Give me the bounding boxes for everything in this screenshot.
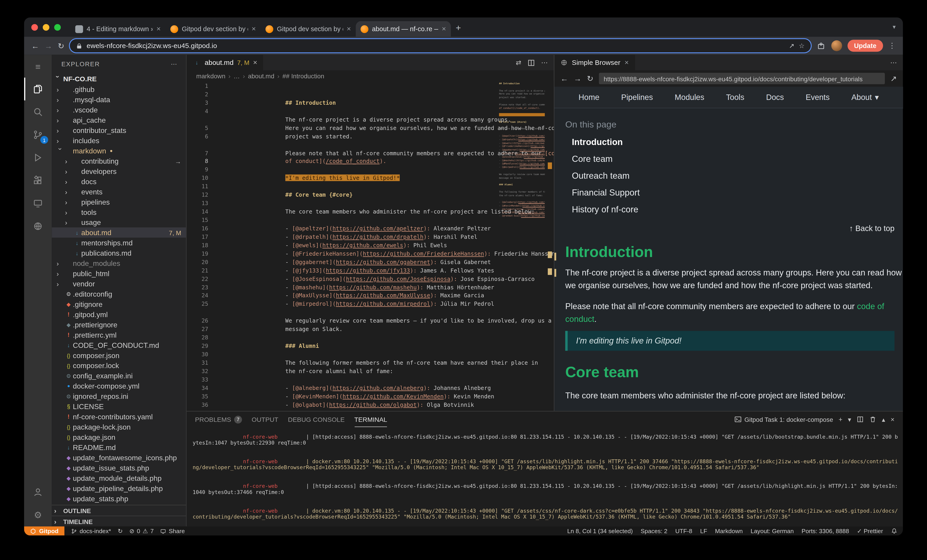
new-tab-button[interactable]: +: [456, 22, 461, 32]
reload-icon[interactable]: ↻: [58, 41, 64, 50]
tree-item[interactable]: ! .gitpod.yml: [52, 309, 186, 319]
breadcrumb-item[interactable]: markdown: [196, 72, 225, 79]
explorer-more-actions-icon[interactable]: ⋯: [171, 60, 178, 67]
explorer-activity-icon[interactable]: [24, 77, 52, 100]
editor-more-actions-icon[interactable]: ⋯: [541, 59, 548, 67]
tree-item[interactable]: › pipelines: [52, 197, 186, 207]
tree-item[interactable]: › contributing →: [52, 156, 186, 166]
account-icon[interactable]: [24, 481, 52, 504]
tree-item[interactable]: › markdown ●: [52, 146, 186, 156]
close-editor-icon[interactable]: ×: [253, 58, 257, 67]
gitpod-status-button[interactable]: Gitpod: [24, 527, 65, 536]
update-button[interactable]: Update: [847, 39, 883, 52]
code-line[interactable]: 28: [187, 333, 497, 342]
browser-tab[interactable]: about.md — nf-co.re — Gitpod ×: [356, 21, 451, 37]
new-terminal-icon[interactable]: +: [839, 416, 842, 423]
code-line[interactable]: 35 - [@sven1103](https://github.com/sven…: [187, 392, 497, 401]
code-line[interactable]: 10 ## Core team {#core}: [187, 174, 497, 182]
panel-tab[interactable]: DEBUG CONSOLE: [288, 411, 345, 427]
site-nav-item[interactable]: Pipelines: [621, 93, 653, 102]
terminal-dropdown-icon[interactable]: ▾: [848, 416, 851, 423]
tree-item[interactable]: › tools: [52, 207, 186, 217]
open-changes-icon[interactable]: ⇄: [516, 59, 521, 67]
tree-item[interactable]: ● docker-compose.yml: [52, 381, 186, 391]
code-line[interactable]: of conduct](/code_of_conduct).: [187, 140, 497, 149]
tree-item[interactable]: {} package-lock.json: [52, 422, 186, 432]
tree-item[interactable]: › .github: [52, 84, 186, 94]
breadcrumb[interactable]: markdown…about.md## Introduction: [187, 70, 554, 80]
tree-item[interactable]: ↓ publications.md: [52, 248, 186, 258]
code-line[interactable]: 19 - [@jfy133](https://github.com/jfy133…: [187, 249, 497, 258]
site-nav-item[interactable]: Home: [579, 93, 599, 102]
language-mode-indicator[interactable]: Markdown: [715, 528, 743, 534]
panel-more-actions-icon[interactable]: ⋯: [891, 59, 897, 67]
code-line[interactable]: 2: [187, 90, 497, 99]
browser-tab[interactable]: 4 - Editing markdown » nf-co... ×: [70, 21, 166, 37]
sb-reload-icon[interactable]: ↻: [587, 74, 594, 83]
code-line[interactable]: 32 - [@alneberg](https://github.com/alne…: [187, 367, 497, 375]
tree-item[interactable]: ↓ mentorships.md: [52, 238, 186, 248]
panel-tab[interactable]: TERMINAL: [354, 411, 387, 427]
site-nav-item[interactable]: Events: [805, 93, 830, 102]
remote-explorer-activity-icon[interactable]: [24, 192, 52, 215]
extensions-puzzle-icon[interactable]: [816, 41, 826, 50]
tree-item[interactable]: ! nf-core-contributors.yaml: [52, 411, 186, 422]
code-line[interactable]: 4 Here you can read how we organise ours…: [187, 107, 497, 115]
on-this-page-link[interactable]: History of nf-core: [572, 201, 640, 218]
tree-item[interactable]: ↓ README.md: [52, 442, 186, 452]
tree-item[interactable]: {} composer.lock: [52, 360, 186, 370]
panel-tab[interactable]: OUTPUT: [252, 411, 278, 427]
code-line[interactable]: 3 The nf-core project is a diverse proje…: [187, 99, 497, 107]
run-debug-activity-icon[interactable]: [24, 146, 52, 169]
browser-tab[interactable]: Gitpod dev section by chriswy... ×: [261, 21, 356, 37]
kill-terminal-trash-icon[interactable]: [869, 416, 877, 423]
browser-tab[interactable]: Gitpod dev section by chriswy... ×: [166, 21, 261, 37]
tree-item[interactable]: › public_html: [52, 269, 186, 279]
sb-url-input[interactable]: https://8888-ewels-nfcore-fisdkcj2izw.ws…: [599, 73, 885, 84]
code-line[interactable]: 21 - [@mashehu](https://github.com/mashe…: [187, 266, 497, 275]
code-line[interactable]: 20 - [@JoseEspinosa](https://github.com/…: [187, 258, 497, 266]
code-line[interactable]: 6 Please note that all nf-core community…: [187, 132, 497, 140]
branch-indicator[interactable]: docs-index*: [71, 528, 111, 534]
zoom-window-button[interactable]: [54, 24, 61, 30]
code-line[interactable]: 1 ## Introduction: [187, 82, 497, 90]
code-line[interactable]: 11: [187, 182, 497, 191]
code-line[interactable]: 15 - [@drpatelh](https://github.com/drpa…: [187, 216, 497, 225]
tab-close-icon[interactable]: ×: [157, 24, 161, 33]
code-line[interactable]: 23 - [@mirpedrol](https://github.com/mir…: [187, 283, 497, 291]
close-panel-icon[interactable]: ×: [891, 416, 894, 423]
breadcrumb-item[interactable]: ## Introduction: [274, 72, 324, 79]
code-line[interactable]: 25 We regularly review core team members…: [187, 300, 497, 308]
code-line[interactable]: 33 - [@KevinMenden](https://github.com/K…: [187, 375, 497, 384]
tree-item[interactable]: › .vscode: [52, 105, 186, 115]
tree-item[interactable]: ↓ about.md 7, M: [52, 228, 186, 238]
eol-indicator[interactable]: LF: [700, 528, 707, 534]
code-line[interactable]: 12 The core team members who administer …: [187, 191, 497, 199]
tree-item[interactable]: › node_modules: [52, 258, 186, 269]
code-line[interactable]: message on Slack.: [187, 308, 497, 317]
tree-item[interactable]: ↓ CODE_OF_CONDUCT.md: [52, 340, 186, 350]
notifications-bell-icon[interactable]: [891, 528, 897, 534]
indentation-indicator[interactable]: Spaces: 2: [641, 528, 667, 534]
on-this-page-link[interactable]: Financial Support: [572, 184, 640, 201]
code-line[interactable]: 14 - [@apeltzer](https://github.com/apel…: [187, 208, 497, 216]
extensions-activity-icon[interactable]: [24, 169, 52, 192]
sb-back-icon[interactable]: ←: [561, 74, 568, 83]
share-icon[interactable]: ↗: [789, 42, 795, 50]
back-to-top-link[interactable]: ↑ Back to top: [849, 224, 895, 233]
tree-item[interactable]: ◆ update_stats.php: [52, 493, 186, 504]
tree-item[interactable]: › .mysql-data: [52, 94, 186, 105]
tree-item[interactable]: ◆ .prettierignore: [52, 319, 186, 329]
editor-tab-about-md[interactable]: ↓ about.md 7, M ×: [187, 55, 263, 71]
ports-indicator[interactable]: Ports: 3306, 8888: [801, 528, 849, 534]
back-icon[interactable]: ←: [31, 41, 39, 50]
tree-item[interactable]: ◆ update_issue_stats.php: [52, 463, 186, 473]
problems-indicator[interactable]: ⊘0 ⚠7: [129, 528, 154, 534]
code-line[interactable]: 22 - [@MaxUlysse](https://github.com/Max…: [187, 275, 497, 283]
tab-close-icon[interactable]: ×: [442, 24, 446, 33]
sync-changes-icon[interactable]: ↻: [118, 528, 123, 534]
tree-item[interactable]: › includes: [52, 135, 186, 146]
site-nav-item[interactable]: Docs: [766, 93, 784, 102]
tree-item[interactable]: § LICENSE: [52, 401, 186, 411]
code-line[interactable]: 17 - [@FriederikeHanssen](https://github…: [187, 233, 497, 241]
